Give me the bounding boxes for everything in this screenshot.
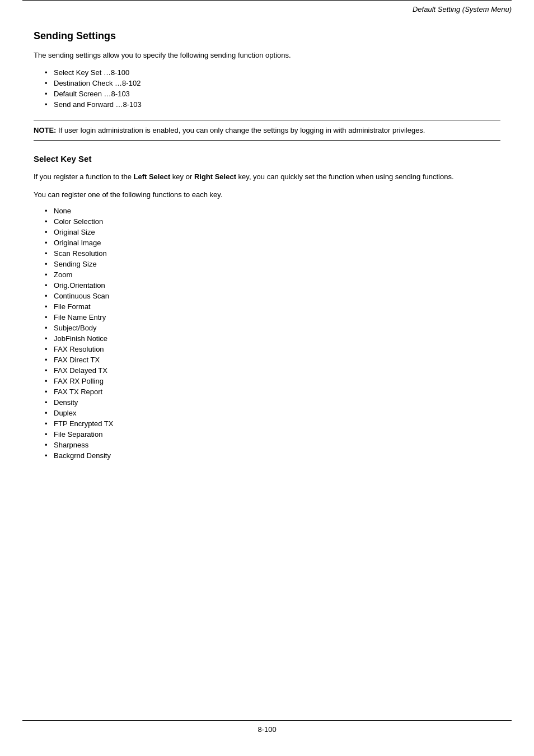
para1-prefix: If you register a function to the xyxy=(34,172,134,181)
list-item: Duplex xyxy=(45,409,500,417)
list-item: Select Key Set …8-100 xyxy=(45,68,500,77)
list-item: Zoom xyxy=(45,270,500,279)
list-item: File Name Entry xyxy=(45,313,500,321)
header: Default Setting (System Menu) xyxy=(22,0,512,13)
list-item: Continuous Scan xyxy=(45,292,500,300)
list-item: Send and Forward …8-103 xyxy=(45,100,500,109)
list-item: Original Image xyxy=(45,239,500,247)
list-item: FAX RX Polling xyxy=(45,377,500,385)
list-item: File Format xyxy=(45,302,500,311)
header-title: Default Setting (System Menu) xyxy=(413,5,512,13)
section1-title: Select Key Set xyxy=(34,154,500,164)
list-item: Density xyxy=(45,398,500,407)
list-item: JobFinish Notice xyxy=(45,334,500,343)
note-box: NOTE: If user login administration is en… xyxy=(34,120,500,141)
list-item: FAX Delayed TX xyxy=(45,366,500,375)
list-item: FTP Encrypted TX xyxy=(45,419,500,428)
page-container: Default Setting (System Menu) Sending Se… xyxy=(0,0,534,756)
content-area: Sending Settings The sending settings al… xyxy=(0,13,534,505)
list-item: Sharpness xyxy=(45,441,500,449)
list-item: File Separation xyxy=(45,430,500,438)
footer: 8-100 xyxy=(22,720,512,734)
para1-mid: key or xyxy=(170,172,194,181)
list-item: Backgrnd Density xyxy=(45,451,500,460)
page-title: Sending Settings xyxy=(34,30,500,42)
para1-bold1: Left Select xyxy=(134,172,171,181)
list-item: Default Screen …8-103 xyxy=(45,90,500,98)
section1-para2: You can register one of the following fu… xyxy=(34,189,500,200)
list-item: FAX Direct TX xyxy=(45,356,500,364)
list-item: None xyxy=(45,207,500,215)
note-text: If user login administration is enabled,… xyxy=(56,126,425,134)
note-label: NOTE: xyxy=(34,126,56,134)
list-item: Original Size xyxy=(45,228,500,236)
intro-text: The sending settings allow you to specif… xyxy=(34,51,500,59)
list-item: Color Selection xyxy=(45,217,500,226)
list-item: Destination Check …8-102 xyxy=(45,79,500,87)
list-item: Orig.Orientation xyxy=(45,281,500,290)
list-item: Subject/Body xyxy=(45,324,500,332)
list-item: Scan Resolution xyxy=(45,249,500,258)
toc-list: Select Key Set …8-100 Destination Check … xyxy=(45,68,500,109)
list-item: FAX Resolution xyxy=(45,345,500,353)
section1-para1: If you register a function to the Left S… xyxy=(34,171,500,183)
page-number: 8-100 xyxy=(257,725,276,734)
para1-bold2: Right Select xyxy=(194,172,236,181)
list-item: Sending Size xyxy=(45,260,500,268)
list-item: FAX TX Report xyxy=(45,388,500,396)
function-list: None Color Selection Original Size Origi… xyxy=(45,207,500,460)
para1-suffix: key, you can quickly set the function wh… xyxy=(236,172,454,181)
